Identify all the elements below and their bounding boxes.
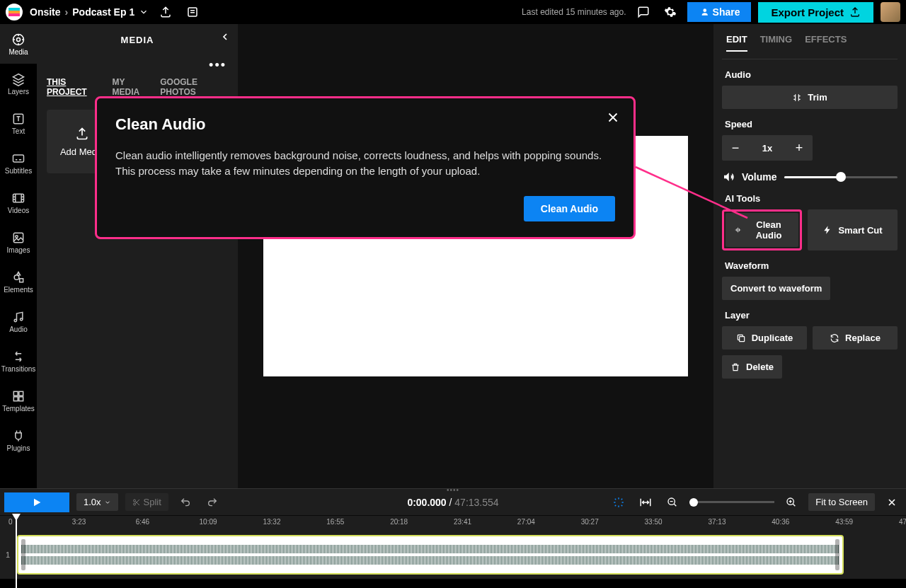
- replace-button[interactable]: Replace: [813, 326, 898, 350]
- rail-videos[interactable]: Videos: [0, 183, 37, 222]
- time-display: 0:00.000 / 47:13.554: [407, 497, 498, 508]
- play-button[interactable]: [4, 492, 69, 512]
- playback-speed-dropdown[interactable]: 1.0x: [76, 493, 118, 511]
- snap-icon[interactable]: [609, 492, 629, 512]
- smart-cut-button[interactable]: Smart Cut: [808, 209, 898, 250]
- person-add-icon: [699, 7, 709, 17]
- modal-confirm-button[interactable]: Clean Audio: [524, 196, 615, 221]
- chevron-down-icon[interactable]: [139, 7, 149, 17]
- speed-increase[interactable]: +: [786, 135, 813, 161]
- rail-text[interactable]: Text: [0, 103, 37, 143]
- share-button[interactable]: Share: [687, 2, 752, 22]
- svg-rect-15: [739, 336, 744, 341]
- tab-google-photos[interactable]: GOOGLE PHOTOS: [160, 77, 228, 97]
- ruler-tick: 6:46: [136, 518, 149, 526]
- ruler-tick: 10:09: [200, 518, 217, 526]
- speed-decrease[interactable]: −: [722, 135, 749, 161]
- timeline: 03:236:4610:0913:3216:5520:1823:4127:043…: [0, 515, 906, 579]
- ruler-tick: 33:50: [645, 518, 663, 526]
- ruler-tick: 13:32: [263, 518, 280, 526]
- export-button[interactable]: Export Project: [758, 2, 873, 23]
- zoom-slider[interactable]: [689, 501, 774, 503]
- ruler-tick: 27:04: [517, 518, 535, 526]
- canvas-area: [238, 24, 713, 488]
- settings-icon[interactable]: [660, 2, 680, 22]
- tab-my-media[interactable]: MY MEDIA: [113, 77, 151, 97]
- clean-audio-modal: Clean Audio Clean audio intelligently re…: [95, 96, 636, 239]
- convert-waveform-button[interactable]: Convert to waveform: [722, 277, 830, 300]
- undo-button[interactable]: [176, 492, 195, 512]
- drag-handle-icon[interactable]: ••••: [447, 486, 459, 494]
- ruler-tick: 20:18: [390, 518, 408, 526]
- upload-icon[interactable]: [156, 2, 176, 22]
- section-layer: Layer: [725, 310, 895, 321]
- trim-button[interactable]: Trim: [722, 86, 898, 109]
- rail-media[interactable]: Media: [0, 24, 37, 64]
- rail-images[interactable]: Images: [0, 222, 37, 262]
- svg-point-16: [133, 500, 135, 502]
- clip-handle-left[interactable]: [21, 539, 25, 570]
- modal-title: Clean Audio: [115, 115, 615, 134]
- ruler-tick: 37:13: [708, 518, 726, 526]
- tab-this-project[interactable]: THIS PROJECT: [47, 77, 103, 97]
- notes-icon[interactable]: [183, 2, 202, 22]
- comment-icon[interactable]: [633, 2, 653, 22]
- play-icon: [31, 497, 42, 508]
- timeline-ruler[interactable]: 03:236:4610:0913:3216:5520:1823:4127:043…: [0, 515, 906, 531]
- breadcrumb[interactable]: Onsite › Podcast Ep 1: [30, 6, 149, 18]
- zoom-out-icon[interactable]: [663, 492, 682, 512]
- rail-layers[interactable]: Layers: [0, 64, 37, 103]
- breadcrumb-current: Podcast Ep 1: [72, 6, 134, 18]
- left-rail: Media Layers Text Subtitles Videos Image…: [0, 24, 37, 488]
- timeline-toolbar: •••• 1.0x Split 0:00.000 / 47:13.554 Fit…: [0, 488, 906, 515]
- clip-handle-right[interactable]: [835, 539, 839, 570]
- audio-clip[interactable]: [17, 535, 844, 575]
- svg-rect-13: [13, 396, 18, 400]
- svg-point-3: [17, 38, 21, 41]
- app-logo[interactable]: [6, 4, 23, 21]
- rail-audio[interactable]: Audio: [0, 301, 37, 341]
- tab-edit[interactable]: EDIT: [726, 34, 747, 52]
- playhead[interactable]: [16, 515, 17, 588]
- rail-elements[interactable]: Elements: [0, 262, 37, 301]
- redo-button[interactable]: [202, 492, 222, 512]
- svg-rect-7: [13, 233, 23, 242]
- split-button[interactable]: Split: [125, 493, 168, 511]
- modal-close-button[interactable]: [605, 110, 621, 128]
- user-avatar[interactable]: [881, 2, 900, 22]
- media-panel-title: MEDIA: [37, 24, 238, 55]
- volume-slider[interactable]: [784, 176, 898, 178]
- properties-panel: EDIT TIMING EFFECTS Audio Trim Speed − 1…: [713, 24, 906, 488]
- rail-templates[interactable]: Templates: [0, 381, 37, 420]
- svg-point-17: [133, 503, 135, 505]
- duplicate-button[interactable]: Duplicate: [722, 326, 807, 350]
- ruler-tick: 30:27: [581, 518, 599, 526]
- delete-button[interactable]: Delete: [722, 355, 782, 379]
- volume-icon: [722, 171, 735, 183]
- zoom-in-icon[interactable]: [781, 492, 801, 512]
- rail-transitions[interactable]: Transitions: [0, 341, 37, 381]
- fit-width-icon[interactable]: [636, 492, 655, 512]
- close-timeline-icon[interactable]: [882, 492, 902, 512]
- breadcrumb-separator: ›: [65, 6, 69, 18]
- svg-point-8: [16, 235, 18, 237]
- tab-timing[interactable]: TIMING: [760, 34, 793, 52]
- tab-effects[interactable]: EFFECTS: [805, 34, 847, 52]
- timeline-track: 1: [0, 531, 906, 579]
- scissors-icon: [132, 498, 141, 507]
- properties-tabs: EDIT TIMING EFFECTS: [722, 24, 898, 59]
- media-more-icon[interactable]: •••: [37, 55, 238, 73]
- trim-icon: [792, 93, 802, 103]
- collapse-panel-icon[interactable]: [219, 31, 231, 45]
- section-ai-tools: AI Tools: [725, 193, 895, 204]
- ruler-tick: 0: [8, 518, 13, 526]
- svg-point-1: [703, 8, 706, 12]
- rail-subtitles[interactable]: Subtitles: [0, 143, 37, 183]
- volume-label: Volume: [742, 171, 777, 183]
- trash-icon: [730, 362, 740, 372]
- clean-audio-button[interactable]: Clean Audio: [726, 213, 798, 247]
- svg-rect-6: [13, 194, 24, 202]
- rail-plugins[interactable]: Plugins: [0, 420, 37, 460]
- section-audio: Audio: [725, 69, 895, 80]
- fit-to-screen-button[interactable]: Fit to Screen: [808, 493, 875, 511]
